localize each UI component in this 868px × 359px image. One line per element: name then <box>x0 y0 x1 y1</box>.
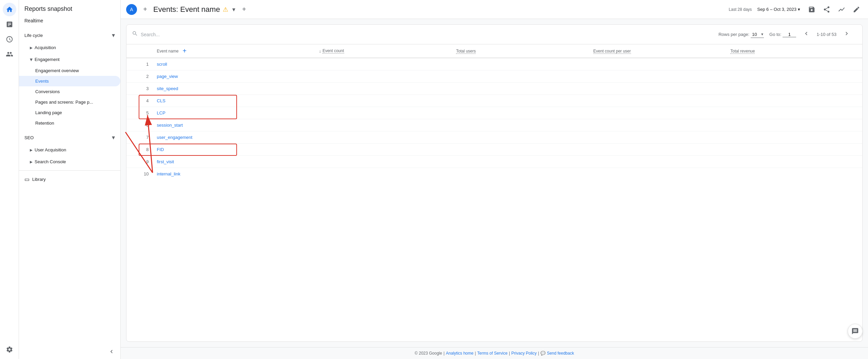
engagement-label: Engagement <box>35 57 60 62</box>
col-header-total-revenue[interactable]: Total revenue <box>725 44 862 58</box>
sidebar-item-search-console[interactable]: ▸ Search Console <box>19 156 120 168</box>
row-number: 4 <box>126 95 152 107</box>
table-wrapper: Event name + ↓ Event count <box>126 44 862 180</box>
footer-analytics-home[interactable]: Analytics home <box>446 351 473 356</box>
date-range-picker[interactable]: Sep 6 – Oct 3, 2023 ▾ <box>754 5 803 13</box>
avatar-button[interactable]: A <box>126 4 137 15</box>
col-header-event-name[interactable]: Event name + <box>152 44 314 58</box>
total-users-cell <box>451 107 588 119</box>
footer-terms[interactable]: Terms of Service <box>477 351 508 356</box>
conversions-label: Conversions <box>35 89 60 94</box>
table-row: 1scroll <box>126 58 862 70</box>
settings-rail-icon[interactable] <box>3 343 16 356</box>
sidebar-library[interactable]: ▭ Library <box>19 173 120 185</box>
sidebar-item-engagement-overview[interactable]: Engagement overview <box>19 65 120 76</box>
audience-rail-icon[interactable] <box>3 47 16 61</box>
event-name-cell[interactable]: CLS <box>152 95 314 107</box>
sidebar-section-seo: SEO ▾ ▸ User Acquisition ▸ Search Consol… <box>19 131 120 168</box>
next-page-button[interactable] <box>842 29 851 40</box>
col-header-event-count-per-user[interactable]: Event count per user <box>588 44 725 58</box>
pages-screens-label: Pages and screens: Page p... <box>35 100 93 105</box>
footer-feedback[interactable]: Send feedback <box>547 351 574 356</box>
total-users-cell <box>451 95 588 107</box>
library-label: Library <box>32 177 46 182</box>
avatar-letter: A <box>130 7 133 12</box>
event-name-link[interactable]: site_speed <box>157 86 178 91</box>
add-column-button[interactable]: + <box>180 47 190 55</box>
table-top-controls: Rows per page: 10 25 50 ▾ Go to: <box>126 25 862 44</box>
event-name-cell[interactable]: page_view <box>152 70 314 83</box>
share-button[interactable] <box>821 3 833 16</box>
event-name-cell[interactable]: user_engagement <box>152 131 314 144</box>
add-view-button[interactable]: + <box>140 4 151 15</box>
retention-label: Retention <box>35 121 54 126</box>
total-revenue-cell <box>725 168 862 180</box>
rows-per-page-label: Rows per page: <box>718 32 749 37</box>
row-number: 2 <box>126 70 152 83</box>
table-row: 4CLS <box>126 95 862 107</box>
event-name-cell[interactable]: LCP <box>152 107 314 119</box>
event-name-link[interactable]: FID <box>157 147 164 152</box>
goto-input[interactable] <box>783 32 796 37</box>
insights-button[interactable] <box>835 3 848 16</box>
event-name-link[interactable]: CLS <box>157 98 165 103</box>
event-count-cell <box>314 58 451 70</box>
event-name-link[interactable]: page_view <box>157 74 178 79</box>
event-name-link[interactable]: internal_link <box>157 171 180 176</box>
chat-fab[interactable] <box>848 324 863 339</box>
date-range-value: Sep 6 – Oct 3, 2023 <box>757 7 796 12</box>
user-acquisition-label: User Acquisition <box>35 147 66 152</box>
realtime-rail-icon[interactable] <box>3 33 16 46</box>
analytics-rail-icon[interactable] <box>3 18 16 31</box>
sidebar-section-seo-header[interactable]: SEO ▾ <box>19 131 120 144</box>
event-name-cell[interactable]: site_speed <box>152 83 314 95</box>
total-revenue-cell <box>725 144 862 156</box>
sidebar-item-engagement[interactable]: ▾ Engagement <box>19 54 120 65</box>
event-name-cell[interactable]: session_start <box>152 119 314 131</box>
event-count-cell <box>314 168 451 180</box>
home-rail-icon[interactable] <box>3 3 16 16</box>
prev-page-button[interactable] <box>802 29 811 40</box>
rows-per-page-select[interactable]: 10 25 50 <box>751 31 764 38</box>
footer-privacy[interactable]: Privacy Policy <box>511 351 537 356</box>
event-count-per-user-cell <box>588 70 725 83</box>
add-metric-button[interactable]: + <box>239 5 249 14</box>
event-name-cell[interactable]: internal_link <box>152 168 314 180</box>
event-name-cell[interactable]: FID <box>152 144 314 156</box>
sidebar-item-events[interactable]: Events <box>19 76 120 86</box>
sidebar-item-pages-screens[interactable]: Pages and screens: Page p... <box>19 97 120 107</box>
total-revenue-cell <box>725 119 862 131</box>
event-name-cell[interactable]: first_visit <box>152 156 314 168</box>
total-users-cell <box>451 119 588 131</box>
event-name-link[interactable]: user_engagement <box>157 135 193 140</box>
title-dropdown-button[interactable]: ▾ <box>231 4 237 15</box>
sidebar-item-acquisition[interactable]: ▸ Acquisition <box>19 42 120 54</box>
seo-chevron-icon: ▾ <box>112 134 115 141</box>
event-name-link[interactable]: first_visit <box>157 159 174 164</box>
search-input[interactable] <box>141 32 242 37</box>
save-report-button[interactable] <box>806 3 818 16</box>
page-title-area: Events: Event name ⚠ ▾ + <box>153 4 726 15</box>
sidebar-title: Reports snapshot <box>19 0 120 15</box>
sidebar-realtime[interactable]: Realtime <box>19 15 120 26</box>
col-header-event-count[interactable]: ↓ Event count <box>314 44 451 58</box>
sidebar-section-lifecycle-header[interactable]: Life cycle ▾ <box>19 29 120 42</box>
sidebar-item-retention[interactable]: Retention <box>19 118 120 128</box>
sidebar-collapse-btn[interactable] <box>19 344 120 359</box>
event-count-per-user-cell <box>588 107 725 119</box>
col-header-total-users[interactable]: Total users <box>451 44 588 58</box>
top-bar: A + Events: Event name ⚠ ▾ + Last 28 day… <box>121 0 868 19</box>
event-count-cell <box>314 119 451 131</box>
event-name-link[interactable]: scroll <box>157 62 167 67</box>
event-name-cell[interactable]: scroll <box>152 58 314 70</box>
total-users-cell <box>451 58 588 70</box>
event-name-link[interactable]: session_start <box>157 123 183 128</box>
sidebar-item-user-acquisition[interactable]: ▸ User Acquisition <box>19 144 120 156</box>
edit-button[interactable] <box>850 3 863 16</box>
sidebar-item-conversions[interactable]: Conversions <box>19 86 120 97</box>
event-name-link[interactable]: LCP <box>157 110 165 115</box>
event-count-cell <box>314 131 451 144</box>
rows-per-page-wrapper: Rows per page: 10 25 50 ▾ <box>718 31 764 38</box>
row-number: 7 <box>126 131 152 144</box>
sidebar-item-landing-page[interactable]: Landing page <box>19 107 120 118</box>
